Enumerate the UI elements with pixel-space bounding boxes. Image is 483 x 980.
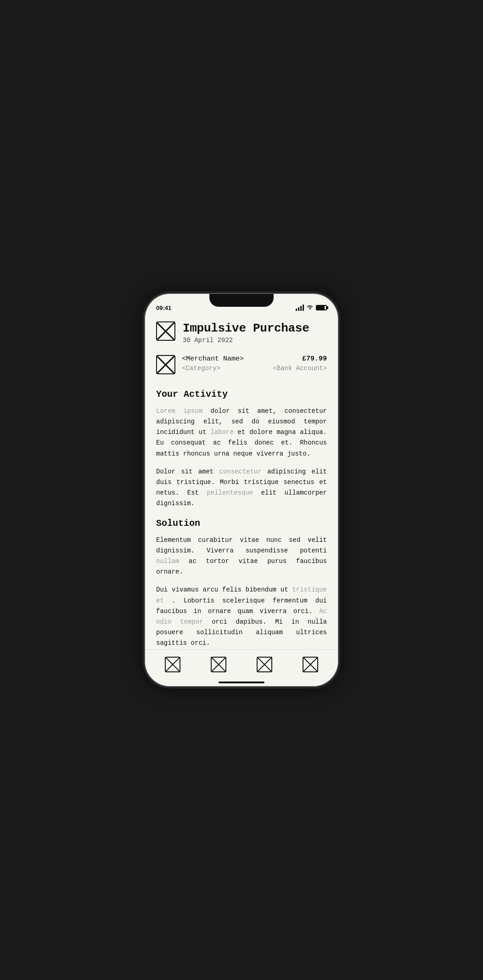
activity-text-consectetur: consectetur	[219, 468, 262, 475]
notch	[209, 294, 274, 307]
header-icon	[156, 321, 175, 341]
activity-paragraph-1: Lorem ipsum dolor sit amet, consectetur …	[156, 406, 327, 459]
tab-icon-2	[211, 657, 226, 672]
solution-text-p2a: Dui vivamus arcu felis bibendum ut	[156, 586, 292, 593]
header-section: Impulsive Purchase 30 April 2022	[156, 321, 327, 344]
tab-icon-3	[257, 657, 272, 672]
tab-item-4[interactable]	[299, 653, 322, 676]
tab-item-2[interactable]	[207, 653, 230, 676]
activity-heading: Your Activity	[156, 389, 327, 400]
transaction-date: 30 April 2022	[183, 337, 309, 344]
wifi-icon	[306, 304, 314, 311]
status-icons	[296, 304, 327, 311]
solution-heading: Solution	[156, 518, 327, 529]
activity-text-lorem: Lorem ipsum	[156, 407, 202, 415]
solution-paragraph-1: Elementum curabitur vitae nunc sed velit…	[156, 535, 327, 577]
solution-text-nullam: nullam	[156, 558, 179, 565]
signal-icon	[296, 304, 304, 311]
solution-section: Solution Elementum curabitur vitae nunc …	[156, 518, 327, 649]
battery-icon	[316, 305, 327, 310]
page-title: Impulsive Purchase	[183, 321, 309, 336]
svg-point-0	[309, 309, 310, 310]
transaction-category: <Category>	[182, 365, 220, 372]
transaction-row: <Merchant Name> £79.99 <Category> <Bank …	[156, 355, 327, 376]
tab-bar	[145, 649, 338, 686]
activity-section: Your Activity Lorem ipsum dolor sit amet…	[156, 389, 327, 509]
tab-icon-4	[303, 657, 318, 672]
time-display: 09:41	[156, 304, 171, 311]
title-block: Impulsive Purchase 30 April 2022	[183, 321, 309, 344]
activity-text-p2a: Dolor sit amet	[156, 468, 219, 475]
bank-account: <Bank Account>	[273, 365, 327, 372]
content-area[interactable]: Impulsive Purchase 30 April 2022 <Mercha…	[145, 314, 338, 649]
category-row: <Category> <Bank Account>	[182, 365, 327, 372]
home-indicator	[219, 681, 264, 683]
solution-paragraph-2: Dui vivamus arcu felis bibendum ut trist…	[156, 585, 327, 648]
tab-item-1[interactable]	[161, 653, 184, 676]
transaction-details: <Merchant Name> £79.99 <Category> <Bank …	[182, 355, 327, 372]
activity-text-pellentesque: pellentesque	[207, 489, 253, 496]
tab-item-3[interactable]	[253, 653, 276, 676]
activity-text-labore: labore	[210, 428, 233, 436]
solution-text-p1b: ac tortor vitae purus faucibus ornare.	[156, 558, 327, 575]
transaction-amount: £79.99	[302, 355, 327, 363]
merchant-name: <Merchant Name>	[182, 355, 244, 363]
merchant-icon	[156, 355, 175, 374]
phone-frame: 09:41	[145, 294, 338, 686]
solution-text-p2b: . Lobortis scelerisque fermentum dui fau…	[156, 597, 327, 615]
solution-text-p1a: Elementum curabitur vitae nunc sed velit…	[156, 536, 327, 554]
merchant-row: <Merchant Name> £79.99	[182, 355, 327, 363]
tab-icon-1	[165, 657, 180, 672]
activity-paragraph-2: Dolor sit amet consectetur adipiscing el…	[156, 467, 327, 509]
